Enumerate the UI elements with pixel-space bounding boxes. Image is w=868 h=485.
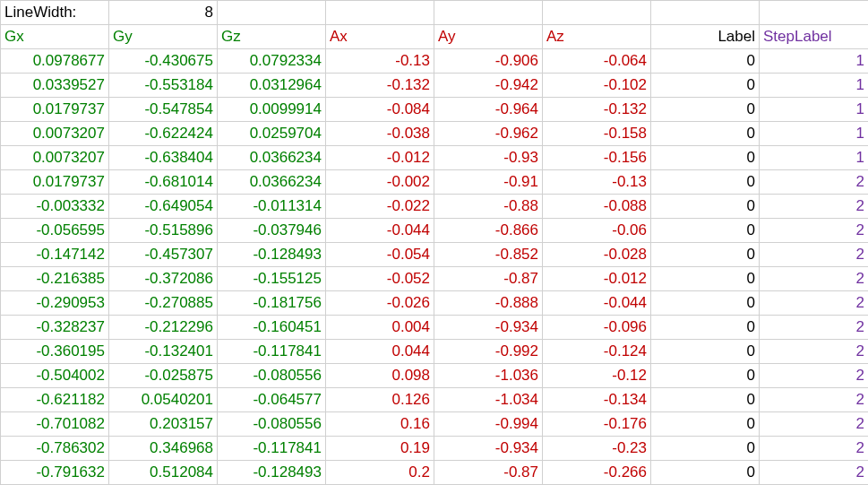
header-ax[interactable]: Ax: [326, 25, 434, 49]
cell-steplabel[interactable]: 1: [760, 98, 869, 122]
header-label[interactable]: Label: [651, 25, 760, 49]
cell-label[interactable]: 0: [651, 267, 760, 291]
empty-cell[interactable]: [760, 1, 869, 25]
cell-label[interactable]: 0: [651, 219, 760, 243]
cell-gy[interactable]: 0.203157: [109, 412, 218, 437]
cell-gy[interactable]: -0.430675: [109, 49, 218, 74]
cell-az[interactable]: -0.13: [543, 170, 651, 195]
cell-ax[interactable]: 0.004: [326, 316, 434, 340]
cell-gz[interactable]: -0.080556: [218, 364, 326, 388]
cell-steplabel[interactable]: 2: [760, 364, 869, 388]
empty-cell[interactable]: [651, 1, 760, 25]
cell-gy[interactable]: -0.638404: [109, 146, 218, 170]
cell-gy[interactable]: -0.132401: [109, 340, 218, 364]
cell-ay[interactable]: -0.91: [434, 170, 543, 195]
cell-az[interactable]: -0.028: [543, 243, 651, 267]
empty-cell[interactable]: [543, 1, 651, 25]
cell-gz[interactable]: 0.0792334: [218, 49, 326, 74]
cell-gx[interactable]: 0.0179737: [1, 98, 109, 122]
cell-ay[interactable]: -0.942: [434, 74, 543, 98]
cell-gy[interactable]: -0.553184: [109, 74, 218, 98]
cell-gx[interactable]: -0.791632: [1, 461, 109, 485]
cell-steplabel[interactable]: 2: [760, 267, 869, 291]
cell-label[interactable]: 0: [651, 146, 760, 170]
cell-steplabel[interactable]: 2: [760, 195, 869, 219]
cell-steplabel[interactable]: 2: [760, 170, 869, 195]
cell-gy[interactable]: 0.512084: [109, 461, 218, 485]
cell-gx[interactable]: -0.701082: [1, 412, 109, 437]
cell-label[interactable]: 0: [651, 340, 760, 364]
cell-gy[interactable]: 0.0540201: [109, 388, 218, 412]
header-ay[interactable]: Ay: [434, 25, 543, 49]
cell-label[interactable]: 0: [651, 243, 760, 267]
cell-gz[interactable]: -0.181756: [218, 291, 326, 316]
cell-gz[interactable]: 0.0312964: [218, 74, 326, 98]
cell-ay[interactable]: -0.87: [434, 461, 543, 485]
empty-cell[interactable]: [434, 1, 543, 25]
cell-label[interactable]: 0: [651, 388, 760, 412]
cell-gy[interactable]: -0.515896: [109, 219, 218, 243]
cell-gy[interactable]: -0.681014: [109, 170, 218, 195]
cell-steplabel[interactable]: 2: [760, 316, 869, 340]
cell-ay[interactable]: -0.93: [434, 146, 543, 170]
cell-ay[interactable]: -0.888: [434, 291, 543, 316]
cell-az[interactable]: -0.012: [543, 267, 651, 291]
cell-steplabel[interactable]: 1: [760, 49, 869, 74]
header-steplabel[interactable]: StepLabel: [760, 25, 869, 49]
cell-az[interactable]: -0.096: [543, 316, 651, 340]
cell-ay[interactable]: -0.962: [434, 122, 543, 146]
cell-label[interactable]: 0: [651, 316, 760, 340]
cell-gy[interactable]: -0.622424: [109, 122, 218, 146]
cell-ay[interactable]: -0.992: [434, 340, 543, 364]
cell-ay[interactable]: -0.994: [434, 412, 543, 437]
cell-steplabel[interactable]: 2: [760, 219, 869, 243]
cell-gy[interactable]: -0.025875: [109, 364, 218, 388]
cell-ay[interactable]: -1.036: [434, 364, 543, 388]
cell-gz[interactable]: 0.0366234: [218, 146, 326, 170]
cell-az[interactable]: -0.132: [543, 98, 651, 122]
cell-gx[interactable]: -0.290953: [1, 291, 109, 316]
cell-ay[interactable]: -0.934: [434, 316, 543, 340]
cell-gx[interactable]: -0.504002: [1, 364, 109, 388]
cell-ay[interactable]: -0.87: [434, 267, 543, 291]
cell-steplabel[interactable]: 2: [760, 291, 869, 316]
empty-cell[interactable]: [326, 1, 434, 25]
cell-ax[interactable]: -0.052: [326, 267, 434, 291]
cell-label[interactable]: 0: [651, 364, 760, 388]
cell-ay[interactable]: -0.88: [434, 195, 543, 219]
empty-cell[interactable]: [218, 1, 326, 25]
cell-az[interactable]: -0.044: [543, 291, 651, 316]
cell-gx[interactable]: -0.621182: [1, 388, 109, 412]
cell-gx[interactable]: 0.0339527: [1, 74, 109, 98]
cell-gx[interactable]: -0.786302: [1, 437, 109, 461]
cell-ax[interactable]: 0.044: [326, 340, 434, 364]
cell-gz[interactable]: -0.160451: [218, 316, 326, 340]
cell-az[interactable]: -0.158: [543, 122, 651, 146]
cell-label[interactable]: 0: [651, 461, 760, 485]
cell-steplabel[interactable]: 2: [760, 388, 869, 412]
cell-ax[interactable]: -0.084: [326, 98, 434, 122]
cell-label[interactable]: 0: [651, 412, 760, 437]
header-gy[interactable]: Gy: [109, 25, 218, 49]
cell-label[interactable]: 0: [651, 49, 760, 74]
cell-gy[interactable]: -0.270885: [109, 291, 218, 316]
cell-az[interactable]: -0.176: [543, 412, 651, 437]
cell-gz[interactable]: -0.080556: [218, 412, 326, 437]
cell-ay[interactable]: -0.934: [434, 437, 543, 461]
cell-az[interactable]: -0.156: [543, 146, 651, 170]
cell-steplabel[interactable]: 1: [760, 74, 869, 98]
cell-gz[interactable]: -0.117841: [218, 437, 326, 461]
cell-gz[interactable]: -0.117841: [218, 340, 326, 364]
cell-steplabel[interactable]: 2: [760, 243, 869, 267]
cell-az[interactable]: -0.088: [543, 195, 651, 219]
cell-ax[interactable]: -0.026: [326, 291, 434, 316]
cell-gz[interactable]: -0.155125: [218, 267, 326, 291]
cell-ax[interactable]: 0.2: [326, 461, 434, 485]
cell-gy[interactable]: 0.346968: [109, 437, 218, 461]
header-gx[interactable]: Gx: [1, 25, 109, 49]
cell-ax[interactable]: 0.19: [326, 437, 434, 461]
cell-az[interactable]: -0.23: [543, 437, 651, 461]
cell-gz[interactable]: -0.011314: [218, 195, 326, 219]
cell-ay[interactable]: -0.852: [434, 243, 543, 267]
cell-ax[interactable]: 0.126: [326, 388, 434, 412]
